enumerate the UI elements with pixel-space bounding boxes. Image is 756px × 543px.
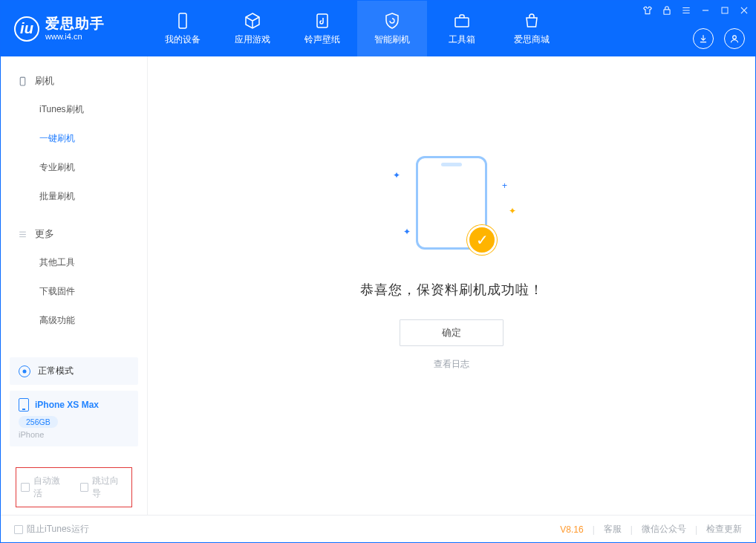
mode-dot-icon: [19, 365, 30, 377]
options-highlight-box: 自动激活 跳过向导: [16, 467, 132, 507]
sparkle-icon: ✦: [403, 227, 411, 237]
shield-refresh-icon: [382, 11, 402, 30]
tab-my-device[interactable]: 我的设备: [148, 1, 218, 56]
view-log-link[interactable]: 查看日志: [434, 358, 469, 371]
checkbox-label: 阻止iTunes运行: [27, 523, 89, 536]
sidebar-group-flash: 刷机: [1, 67, 147, 95]
phone-illustration: ✓ ✦ ✦ + ✦: [416, 156, 487, 250]
header-tabs: 我的设备 应用游戏 铃声壁纸 智能刷机 工具箱 爱思商城: [148, 1, 567, 56]
sidebar-group-more: 更多: [1, 220, 147, 248]
main-content: ✓ ✦ ✦ + ✦ 恭喜您，保资料刷机成功啦！ 确定 查看日志: [148, 56, 755, 515]
tab-ringtones-wallpapers[interactable]: 铃声壁纸: [287, 1, 357, 56]
window-controls: [642, 5, 749, 16]
group-title: 刷机: [35, 74, 54, 88]
device-icon: [17, 76, 27, 86]
maximize-icon[interactable]: [720, 5, 730, 16]
sidebar-item-oneclick-flash[interactable]: 一键刷机: [1, 124, 147, 153]
group-title: 更多: [35, 227, 54, 241]
sidebar-item-advanced[interactable]: 高级功能: [1, 306, 147, 335]
svg-rect-4: [722, 7, 728, 13]
tab-label: 爱思商城: [514, 33, 550, 46]
app-name: 爱思助手: [45, 16, 105, 32]
sidebar-item-batch-flash[interactable]: 批量刷机: [1, 182, 147, 211]
svg-rect-2: [455, 18, 469, 27]
device-name: iPhone XS Max: [35, 400, 99, 410]
tab-label: 工具箱: [449, 33, 475, 46]
tab-shop[interactable]: 爱思商城: [497, 1, 567, 56]
sparkle-icon: +: [502, 181, 507, 191]
tab-label: 我的设备: [165, 33, 201, 46]
mode-label: 正常模式: [38, 365, 74, 377]
footer-link-wechat[interactable]: 微信公众号: [642, 523, 686, 536]
tab-label: 铃声壁纸: [304, 33, 340, 46]
checkbox-label: 自动激活: [33, 475, 68, 500]
svg-rect-0: [179, 13, 186, 28]
cube-icon: [243, 11, 262, 30]
svg-rect-3: [664, 10, 670, 14]
tab-apps-games[interactable]: 应用游戏: [218, 1, 287, 56]
checkbox-skip-guide[interactable]: 跳过向导: [80, 475, 128, 500]
menu-icon[interactable]: [681, 5, 691, 16]
svg-point-5: [733, 36, 737, 39]
checkbox-auto-activate[interactable]: 自动激活: [21, 475, 68, 500]
phone-outline-icon: [19, 398, 29, 412]
sidebar-item-pro-flash[interactable]: 专业刷机: [1, 153, 147, 182]
sparkle-icon: ✦: [509, 206, 516, 216]
tab-label: 应用游戏: [235, 33, 270, 46]
briefcase-icon: [452, 11, 472, 30]
device-type: iPhone: [19, 430, 129, 439]
download-button[interactable]: [693, 28, 714, 49]
tab-smart-flash[interactable]: 智能刷机: [357, 1, 427, 56]
close-icon[interactable]: [739, 5, 749, 16]
success-message: 恭喜您，保资料刷机成功啦！: [360, 281, 544, 299]
mode-card[interactable]: 正常模式: [10, 357, 138, 385]
app-url: www.i4.cn: [45, 32, 105, 41]
bag-icon: [522, 11, 541, 30]
checkbox-label: 跳过向导: [92, 475, 127, 500]
version-label: V8.16: [560, 524, 583, 535]
success-badge-icon: ✓: [467, 225, 497, 255]
footer: 阻止iTunes运行 V8.16 | 客服 | 微信公众号 | 检查更新: [1, 515, 755, 543]
tab-toolbox[interactable]: 工具箱: [427, 1, 497, 56]
sidebar-item-download-firmware[interactable]: 下载固件: [1, 277, 147, 306]
sidebar: 刷机 iTunes刷机 一键刷机 专业刷机 批量刷机 更多 其他工具 下载固件 …: [1, 56, 148, 515]
logo-block[interactable]: iu 爱思助手 www.i4.cn: [1, 1, 148, 56]
sidebar-item-other-tools[interactable]: 其他工具: [1, 248, 147, 277]
minimize-icon[interactable]: [700, 5, 711, 16]
footer-link-update[interactable]: 检查更新: [706, 523, 742, 536]
header-right-buttons: [693, 28, 745, 49]
tab-label: 智能刷机: [374, 33, 410, 46]
header: iu 爱思助手 www.i4.cn 我的设备 应用游戏 铃声壁纸 智能刷机 工具…: [1, 1, 755, 56]
list-icon: [17, 229, 27, 239]
ok-button[interactable]: 确定: [400, 319, 504, 346]
sparkle-icon: ✦: [393, 170, 400, 181]
phone-icon: [173, 11, 192, 30]
music-file-icon: [313, 11, 332, 30]
svg-rect-1: [317, 14, 328, 27]
checkbox-block-itunes[interactable]: 阻止iTunes运行: [14, 523, 89, 536]
device-capacity: 256GB: [19, 416, 58, 428]
device-card[interactable]: iPhone XS Max 256GB iPhone: [10, 391, 138, 446]
user-button[interactable]: [724, 28, 745, 49]
footer-link-service[interactable]: 客服: [604, 523, 622, 536]
illustration-wrap: ✓ ✦ ✦ + ✦: [416, 201, 487, 250]
svg-rect-6: [20, 77, 25, 85]
lock-icon[interactable]: [662, 5, 672, 16]
tshirt-icon[interactable]: [642, 5, 653, 16]
logo-icon: iu: [14, 16, 39, 42]
sidebar-item-itunes-flash[interactable]: iTunes刷机: [1, 95, 147, 124]
